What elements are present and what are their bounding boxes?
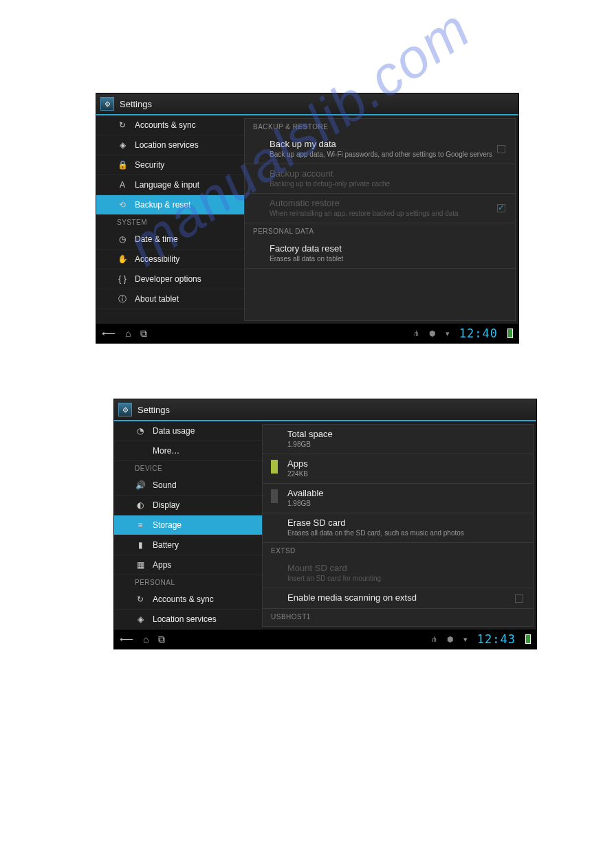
- recent-apps-button[interactable]: ⧉: [140, 328, 147, 340]
- settings-row[interactable]: Enable media scanning on extsd: [263, 588, 533, 609]
- row-title: Total space: [287, 429, 525, 439]
- back-button[interactable]: ⟵: [120, 634, 133, 645]
- sidebar-item[interactable]: ◐Display: [114, 496, 262, 515]
- sidebar-label: Developer options: [135, 274, 201, 284]
- navbar: ⟵ ⌂ ⧉ ⋔ ⬢ ▾ 12:40: [96, 324, 518, 343]
- sidebar-label: Data usage: [153, 426, 195, 436]
- battery-icon: [507, 329, 513, 338]
- sidebar-label: Accessibility: [135, 254, 179, 264]
- sidebar-item[interactable]: ◷Date & time: [96, 230, 244, 249]
- settings-row: Automatic restoreWhen reinstalling an ap…: [245, 194, 515, 223]
- sidebar: ◔Data usageMore…DEVICE🔊Sound◐Display≡Sto…: [114, 421, 262, 630]
- settings-row[interactable]: Erase SD cardErases all data on the SD c…: [263, 513, 533, 543]
- sidebar-item[interactable]: ⓘAbout tablet: [96, 289, 244, 309]
- settings-icon: ⚙: [118, 403, 132, 416]
- sidebar-item[interactable]: ◈Location services: [96, 135, 244, 155]
- sidebar-label: Location services: [153, 614, 217, 624]
- row-title: Factory data reset: [270, 243, 507, 254]
- checkbox: [497, 204, 505, 212]
- row-title: Enable media scanning on extsd: [287, 592, 525, 603]
- back-button[interactable]: ⟵: [102, 328, 116, 339]
- battery-icon: [525, 634, 531, 644]
- row-title: Automatic restore: [270, 198, 507, 208]
- sidebar-icon: { }: [117, 274, 128, 285]
- row-subtitle: Back up app data, Wi-Fi passwords, and o…: [270, 151, 507, 158]
- settings-row[interactable]: Available1.98GB: [263, 484, 533, 513]
- section-header: EXTSD: [263, 543, 533, 559]
- sidebar-item[interactable]: 🔊Sound: [114, 476, 262, 496]
- body: ↻Accounts & sync◈Location services🔒Secur…: [96, 115, 518, 324]
- home-button[interactable]: ⌂: [143, 634, 149, 645]
- sidebar-icon: A: [117, 179, 128, 190]
- sidebar-icon: ▮: [135, 539, 146, 550]
- sidebar-item[interactable]: ◔Data usage: [114, 421, 262, 441]
- settings-row[interactable]: Factory data resetErases all data on tab…: [245, 239, 515, 269]
- content-pane: BACKUP & RESTORE Back up my dataBack up …: [244, 118, 516, 321]
- sidebar-section: PERSONAL: [114, 575, 262, 590]
- usb-icon: ⋔: [431, 635, 437, 644]
- storage-color-box: [271, 460, 278, 474]
- row-subtitle: 1.98GB: [287, 441, 525, 448]
- sidebar-label: Storage: [153, 520, 182, 530]
- sidebar-icon: ≡: [135, 520, 146, 531]
- sidebar-icon: ◔: [135, 425, 146, 436]
- sidebar-label: Accounts & sync: [153, 594, 214, 604]
- checkbox[interactable]: [497, 145, 505, 153]
- row-subtitle: When reinstalling an app, restore backed…: [270, 210, 507, 217]
- sidebar-label: Display: [153, 500, 179, 510]
- sidebar-item[interactable]: ▮Battery: [114, 535, 262, 555]
- sidebar-item[interactable]: ▦Apps: [114, 555, 262, 575]
- sidebar-item[interactable]: ≡Storage: [114, 515, 262, 535]
- wifi-icon: ▾: [446, 329, 450, 338]
- sidebar-label: About tablet: [135, 294, 179, 304]
- sidebar-icon: [135, 445, 146, 456]
- row-title: Backup account: [270, 168, 507, 179]
- sidebar-section: SYSTEM: [96, 215, 244, 230]
- row-title: Available: [287, 488, 525, 498]
- row-subtitle: 224KB: [287, 470, 525, 478]
- row-subtitle: Erases all data on tablet: [270, 255, 507, 263]
- sidebar-icon: ▦: [135, 559, 146, 570]
- sidebar-item[interactable]: 🔒Security: [96, 155, 244, 175]
- storage-color-box: [271, 489, 278, 503]
- settings-row[interactable]: Back up my dataBack up app data, Wi-Fi p…: [245, 135, 515, 164]
- row-title: Apps: [287, 458, 525, 469]
- sidebar-item[interactable]: ⟲Backup & reset: [96, 195, 244, 215]
- sidebar: ↻Accounts & sync◈Location services🔒Secur…: [96, 115, 244, 324]
- settings-header: ⚙ Settings: [114, 399, 536, 421]
- sidebar-label: Location services: [135, 140, 199, 150]
- settings-row[interactable]: Total space1.98GB: [263, 425, 533, 454]
- sidebar-icon: ◈: [117, 140, 128, 151]
- clock[interactable]: 12:43: [477, 632, 516, 646]
- usb-icon: ⋔: [413, 329, 419, 338]
- sidebar-icon: ⟲: [117, 199, 128, 210]
- settings-row: Backup accountBacking up to debug-only p…: [245, 164, 515, 194]
- sidebar-item[interactable]: ◈Location services: [114, 610, 262, 630]
- body: ◔Data usageMore…DEVICE🔊Sound◐Display≡Sto…: [114, 421, 536, 630]
- sidebar-label: More…: [153, 446, 179, 456]
- recent-apps-button[interactable]: ⧉: [158, 634, 165, 645]
- sidebar-item[interactable]: More…: [114, 441, 262, 461]
- clock[interactable]: 12:40: [459, 326, 498, 340]
- section-header: USBHOST1: [263, 609, 533, 625]
- sidebar-item[interactable]: { }Developer options: [96, 269, 244, 289]
- sidebar-icon: ↻: [135, 594, 146, 605]
- settings-row[interactable]: Apps224KB: [263, 454, 533, 484]
- sidebar-label: Backup & reset: [135, 200, 190, 210]
- home-button[interactable]: ⌂: [125, 328, 131, 339]
- sidebar-item[interactable]: ✋Accessibility: [96, 249, 244, 269]
- sidebar-icon: ✋: [117, 254, 128, 265]
- row-title: Back up my data: [270, 139, 507, 149]
- sidebar-item[interactable]: ALanguage & input: [96, 175, 244, 195]
- sidebar-icon: ◐: [135, 500, 146, 511]
- row-subtitle: Backing up to debug-only private cache: [270, 180, 507, 188]
- wifi-icon: ▾: [463, 635, 468, 644]
- row-subtitle: Erases all data on the SD card, such as …: [287, 529, 525, 537]
- sidebar-section: DEVICE: [114, 461, 262, 476]
- sidebar-item[interactable]: ↻Accounts & sync: [96, 115, 244, 135]
- row-title: Mount SD card: [287, 563, 525, 573]
- sidebar-icon: 🔒: [117, 159, 128, 170]
- screenshot-backup-reset: ⚙ Settings ↻Accounts & sync◈Location ser…: [96, 93, 519, 344]
- checkbox[interactable]: [515, 594, 523, 603]
- sidebar-item[interactable]: ↻Accounts & sync: [114, 590, 262, 610]
